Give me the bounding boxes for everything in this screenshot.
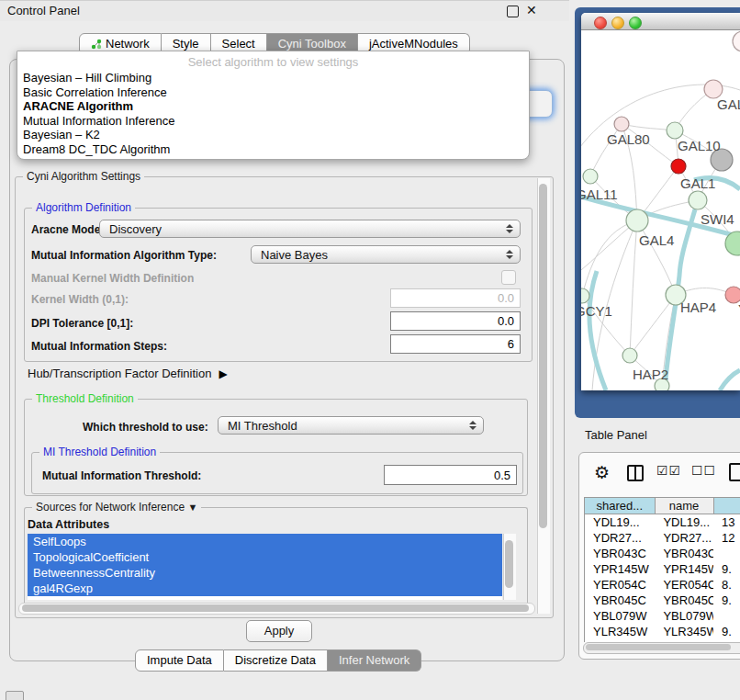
mi-type-select[interactable]: Naive Bayes bbox=[251, 245, 521, 264]
tab-impute-data[interactable]: Impute Data bbox=[135, 649, 224, 672]
table-row[interactable]: YLR345WYLR345W9. bbox=[585, 624, 740, 639]
network-node[interactable] bbox=[733, 31, 740, 51]
bottom-tabbar: Impute DataDiscretize DataInfer Network bbox=[135, 649, 421, 672]
tab-infer-network[interactable]: Infer Network bbox=[328, 649, 421, 672]
node-label: SWI4 bbox=[701, 211, 734, 227]
tab-label: Network bbox=[106, 37, 150, 51]
control-panel-titlebar: Control Panel ✕ bbox=[0, 0, 569, 21]
mi-steps-input[interactable] bbox=[390, 334, 521, 354]
gear-icon[interactable]: ⚙ bbox=[594, 462, 610, 482]
network-node-gal80[interactable] bbox=[614, 117, 629, 131]
chevron-right-icon: ▶ bbox=[219, 367, 227, 380]
hub-definition-label: Hub/Transcription Factor Definition bbox=[28, 367, 211, 380]
table-cell: 12 bbox=[713, 530, 740, 546]
table-row[interactable]: YER054CYER054C8. bbox=[585, 577, 740, 593]
table-cell: 9. bbox=[713, 561, 740, 577]
tab-discretize-data[interactable]: Discretize Data bbox=[224, 649, 328, 672]
table-header-row: shared...name bbox=[584, 497, 740, 514]
table-panel: ⚙ ☑☑ ☐☐ shared...name YDL19...YDL19...13… bbox=[578, 452, 740, 660]
table-cell: YBL079W bbox=[585, 608, 655, 624]
algorithm-option[interactable]: Dream8 DC_TDC Algorithm bbox=[17, 142, 529, 157]
algorithm-option[interactable]: ARACNE Algorithm bbox=[17, 99, 529, 114]
column-header[interactable] bbox=[714, 497, 740, 514]
table-cell: YER054C bbox=[585, 577, 655, 593]
table-cell: YBR043C bbox=[585, 546, 655, 561]
mi-threshold-input[interactable] bbox=[384, 465, 517, 485]
columns-icon[interactable] bbox=[627, 465, 644, 481]
manual-kernel-label: Manual Kernel Width Definition bbox=[31, 272, 194, 285]
network-canvas[interactable]: GAL80GAL10GAL1GAL11GAL4SWI4GCY1HAP4YHAP2… bbox=[581, 30, 740, 390]
mi-type-label: Mutual Information Algorithm Type: bbox=[31, 249, 217, 262]
manual-kernel-checkbox[interactable] bbox=[501, 270, 516, 285]
network-node-hap2[interactable] bbox=[622, 348, 637, 363]
zoom-traffic-light-icon[interactable] bbox=[629, 17, 642, 29]
network-node-gal4[interactable] bbox=[626, 209, 648, 231]
kernel-width-input[interactable] bbox=[390, 288, 521, 308]
table-row[interactable]: YBR045CYBR045C9. bbox=[585, 593, 740, 608]
aracne-mode-select[interactable]: Discovery bbox=[99, 220, 521, 238]
close-icon[interactable]: ✕ bbox=[526, 2, 537, 18]
column-header[interactable]: name bbox=[656, 497, 714, 514]
select-all-columns-icon[interactable]: ☑☑ bbox=[656, 463, 681, 478]
mi-type-value: Naive Bayes bbox=[261, 248, 328, 262]
table-cell: YBR043C bbox=[655, 546, 712, 561]
algorithm-option[interactable]: Bayesian – K2 bbox=[17, 128, 529, 142]
data-attributes-list[interactable]: SelfLoopsTopologicalCoefficientBetweenne… bbox=[28, 534, 502, 600]
tab-label: Impute Data bbox=[147, 653, 212, 667]
table-row[interactable]: YDR27...YDR27...12 bbox=[585, 530, 740, 546]
table-cell: YBR045C bbox=[585, 593, 655, 608]
node-label: GAL4 bbox=[639, 232, 674, 248]
float-icon[interactable] bbox=[507, 6, 519, 17]
data-attribute-item[interactable]: TopologicalCoefficient bbox=[28, 549, 502, 565]
hub-definition-toggle[interactable]: Hub/Transcription Factor Definition▶ bbox=[28, 367, 228, 380]
deselect-all-columns-icon[interactable]: ☐☐ bbox=[691, 463, 716, 478]
settings-horizontal-scrollbar[interactable] bbox=[18, 603, 535, 615]
data-attribute-item[interactable]: gal4RGexp bbox=[28, 581, 502, 596]
aracne-mode-value: Discovery bbox=[109, 222, 162, 236]
network-node-gal1[interactable] bbox=[671, 159, 686, 174]
table-row[interactable]: YBR043CYBR043C bbox=[585, 546, 740, 561]
network-node-gal11[interactable] bbox=[583, 169, 598, 184]
table-cell: YLR345W bbox=[585, 624, 655, 639]
node-label: HAP4 bbox=[680, 299, 716, 315]
chevron-down-icon[interactable]: ▼ bbox=[187, 502, 197, 513]
table-cell: YDL19... bbox=[655, 514, 712, 530]
table-cell bbox=[713, 546, 740, 561]
table-horizontal-scrollbar[interactable] bbox=[583, 642, 740, 654]
new-table-icon[interactable] bbox=[729, 463, 740, 481]
network-node-swi4[interactable] bbox=[689, 191, 707, 209]
node-label: GAL10 bbox=[678, 138, 721, 153]
minimize-traffic-light-icon[interactable] bbox=[611, 17, 624, 29]
table-row[interactable]: YDL19...YDL19...13 bbox=[585, 514, 740, 530]
collapsed-panel-icon[interactable] bbox=[6, 691, 24, 700]
algorithm-option[interactable]: Bayesian – Hill Climbing bbox=[17, 71, 529, 85]
attributes-list-scrollbar[interactable] bbox=[503, 534, 516, 600]
dpi-tolerance-input[interactable] bbox=[390, 311, 521, 331]
which-threshold-select[interactable]: MI Threshold bbox=[218, 416, 484, 435]
column-header[interactable]: shared... bbox=[584, 497, 656, 514]
network-node-gal[interactable] bbox=[704, 80, 723, 98]
node-label: HAP2 bbox=[633, 367, 668, 382]
node-label: GCY1 bbox=[581, 303, 612, 319]
network-edge bbox=[589, 271, 606, 390]
network-graph: GAL80GAL10GAL1GAL11GAL4SWI4GCY1HAP4YHAP2… bbox=[581, 30, 740, 390]
algorithm-option[interactable]: Basic Correlation Inference bbox=[17, 85, 529, 100]
network-edge bbox=[581, 220, 637, 276]
table-row[interactable]: YPR145WYPR145W9. bbox=[585, 561, 740, 577]
data-attribute-item[interactable]: BetweennessCentrality bbox=[28, 565, 502, 581]
table-toolbar: ⚙ ☑☑ ☐☐ bbox=[579, 460, 740, 488]
node-label: GAL11 bbox=[581, 186, 618, 202]
apply-button[interactable]: Apply bbox=[246, 620, 312, 642]
close-traffic-light-icon[interactable] bbox=[594, 17, 607, 29]
network-node-gal10[interactable] bbox=[667, 122, 683, 139]
network-window-titlebar[interactable] bbox=[581, 13, 740, 30]
sources-title-text: Sources for Network Inference bbox=[36, 501, 185, 514]
which-threshold-value: MI Threshold bbox=[228, 419, 297, 433]
aracne-mode-label: Aracne Mode: bbox=[31, 223, 104, 236]
table-cell: 8. bbox=[713, 577, 740, 593]
data-attribute-item[interactable]: SelfLoops bbox=[28, 534, 502, 549]
algorithm-option[interactable]: Mutual Information Inference bbox=[17, 114, 529, 129]
settings-vertical-scrollbar[interactable] bbox=[537, 178, 550, 614]
control-panel-title: Control Panel bbox=[7, 4, 80, 17]
table-row[interactable]: YBL079WYBL079W bbox=[585, 608, 740, 624]
